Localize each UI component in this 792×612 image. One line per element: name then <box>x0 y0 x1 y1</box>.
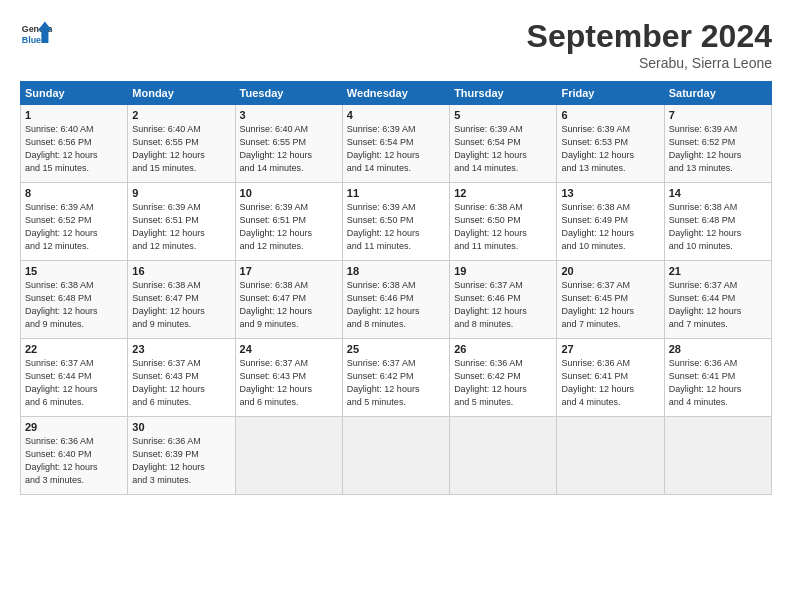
col-header-friday: Friday <box>557 82 664 105</box>
day-number: 29 <box>25 421 123 433</box>
day-number: 3 <box>240 109 338 121</box>
day-info: Sunrise: 6:40 AM Sunset: 6:56 PM Dayligh… <box>25 123 123 175</box>
day-number: 5 <box>454 109 552 121</box>
day-number: 17 <box>240 265 338 277</box>
day-number: 15 <box>25 265 123 277</box>
calendar-cell: 19Sunrise: 6:37 AM Sunset: 6:46 PM Dayli… <box>450 261 557 339</box>
day-number: 30 <box>132 421 230 433</box>
calendar-week-2: 8Sunrise: 6:39 AM Sunset: 6:52 PM Daylig… <box>21 183 772 261</box>
day-number: 23 <box>132 343 230 355</box>
day-info: Sunrise: 6:37 AM Sunset: 6:43 PM Dayligh… <box>132 357 230 409</box>
day-number: 26 <box>454 343 552 355</box>
day-info: Sunrise: 6:36 AM Sunset: 6:40 PM Dayligh… <box>25 435 123 487</box>
day-number: 18 <box>347 265 445 277</box>
day-info: Sunrise: 6:37 AM Sunset: 6:46 PM Dayligh… <box>454 279 552 331</box>
day-number: 4 <box>347 109 445 121</box>
day-number: 20 <box>561 265 659 277</box>
day-info: Sunrise: 6:37 AM Sunset: 6:44 PM Dayligh… <box>25 357 123 409</box>
calendar-cell: 6Sunrise: 6:39 AM Sunset: 6:53 PM Daylig… <box>557 105 664 183</box>
day-info: Sunrise: 6:36 AM Sunset: 6:41 PM Dayligh… <box>561 357 659 409</box>
col-header-sunday: Sunday <box>21 82 128 105</box>
day-number: 9 <box>132 187 230 199</box>
day-info: Sunrise: 6:40 AM Sunset: 6:55 PM Dayligh… <box>240 123 338 175</box>
calendar-cell: 26Sunrise: 6:36 AM Sunset: 6:42 PM Dayli… <box>450 339 557 417</box>
calendar-cell: 10Sunrise: 6:39 AM Sunset: 6:51 PM Dayli… <box>235 183 342 261</box>
calendar-cell: 13Sunrise: 6:38 AM Sunset: 6:49 PM Dayli… <box>557 183 664 261</box>
day-number: 25 <box>347 343 445 355</box>
day-info: Sunrise: 6:38 AM Sunset: 6:46 PM Dayligh… <box>347 279 445 331</box>
day-info: Sunrise: 6:37 AM Sunset: 6:43 PM Dayligh… <box>240 357 338 409</box>
day-info: Sunrise: 6:36 AM Sunset: 6:42 PM Dayligh… <box>454 357 552 409</box>
day-info: Sunrise: 6:37 AM Sunset: 6:45 PM Dayligh… <box>561 279 659 331</box>
day-info: Sunrise: 6:40 AM Sunset: 6:55 PM Dayligh… <box>132 123 230 175</box>
calendar-table: SundayMondayTuesdayWednesdayThursdayFrid… <box>20 81 772 495</box>
day-number: 6 <box>561 109 659 121</box>
calendar-cell: 27Sunrise: 6:36 AM Sunset: 6:41 PM Dayli… <box>557 339 664 417</box>
day-info: Sunrise: 6:36 AM Sunset: 6:41 PM Dayligh… <box>669 357 767 409</box>
day-info: Sunrise: 6:37 AM Sunset: 6:44 PM Dayligh… <box>669 279 767 331</box>
logo: General Blue <box>20 18 52 50</box>
day-info: Sunrise: 6:36 AM Sunset: 6:39 PM Dayligh… <box>132 435 230 487</box>
location-subtitle: Serabu, Sierra Leone <box>527 55 772 71</box>
day-number: 19 <box>454 265 552 277</box>
day-number: 24 <box>240 343 338 355</box>
calendar-cell: 5Sunrise: 6:39 AM Sunset: 6:54 PM Daylig… <box>450 105 557 183</box>
day-info: Sunrise: 6:39 AM Sunset: 6:51 PM Dayligh… <box>132 201 230 253</box>
day-number: 21 <box>669 265 767 277</box>
day-number: 16 <box>132 265 230 277</box>
calendar-cell: 2Sunrise: 6:40 AM Sunset: 6:55 PM Daylig… <box>128 105 235 183</box>
day-info: Sunrise: 6:39 AM Sunset: 6:54 PM Dayligh… <box>347 123 445 175</box>
col-header-monday: Monday <box>128 82 235 105</box>
calendar-cell: 29Sunrise: 6:36 AM Sunset: 6:40 PM Dayli… <box>21 417 128 495</box>
calendar-cell: 20Sunrise: 6:37 AM Sunset: 6:45 PM Dayli… <box>557 261 664 339</box>
calendar-cell: 24Sunrise: 6:37 AM Sunset: 6:43 PM Dayli… <box>235 339 342 417</box>
calendar-cell: 4Sunrise: 6:39 AM Sunset: 6:54 PM Daylig… <box>342 105 449 183</box>
calendar-cell: 30Sunrise: 6:36 AM Sunset: 6:39 PM Dayli… <box>128 417 235 495</box>
day-number: 12 <box>454 187 552 199</box>
calendar-cell: 22Sunrise: 6:37 AM Sunset: 6:44 PM Dayli… <box>21 339 128 417</box>
day-info: Sunrise: 6:39 AM Sunset: 6:53 PM Dayligh… <box>561 123 659 175</box>
calendar-cell <box>664 417 771 495</box>
calendar-cell <box>450 417 557 495</box>
day-number: 11 <box>347 187 445 199</box>
day-info: Sunrise: 6:39 AM Sunset: 6:50 PM Dayligh… <box>347 201 445 253</box>
calendar-cell: 3Sunrise: 6:40 AM Sunset: 6:55 PM Daylig… <box>235 105 342 183</box>
calendar-cell: 16Sunrise: 6:38 AM Sunset: 6:47 PM Dayli… <box>128 261 235 339</box>
calendar-cell: 7Sunrise: 6:39 AM Sunset: 6:52 PM Daylig… <box>664 105 771 183</box>
day-number: 1 <box>25 109 123 121</box>
calendar-cell <box>342 417 449 495</box>
day-number: 13 <box>561 187 659 199</box>
day-number: 14 <box>669 187 767 199</box>
day-number: 10 <box>240 187 338 199</box>
day-info: Sunrise: 6:39 AM Sunset: 6:52 PM Dayligh… <box>669 123 767 175</box>
calendar-cell: 25Sunrise: 6:37 AM Sunset: 6:42 PM Dayli… <box>342 339 449 417</box>
calendar-cell: 1Sunrise: 6:40 AM Sunset: 6:56 PM Daylig… <box>21 105 128 183</box>
calendar-cell: 17Sunrise: 6:38 AM Sunset: 6:47 PM Dayli… <box>235 261 342 339</box>
title-block: September 2024 Serabu, Sierra Leone <box>527 18 772 71</box>
calendar-week-3: 15Sunrise: 6:38 AM Sunset: 6:48 PM Dayli… <box>21 261 772 339</box>
day-number: 2 <box>132 109 230 121</box>
calendar-cell: 8Sunrise: 6:39 AM Sunset: 6:52 PM Daylig… <box>21 183 128 261</box>
calendar-cell: 9Sunrise: 6:39 AM Sunset: 6:51 PM Daylig… <box>128 183 235 261</box>
calendar-cell: 15Sunrise: 6:38 AM Sunset: 6:48 PM Dayli… <box>21 261 128 339</box>
day-info: Sunrise: 6:38 AM Sunset: 6:47 PM Dayligh… <box>240 279 338 331</box>
calendar-cell: 14Sunrise: 6:38 AM Sunset: 6:48 PM Dayli… <box>664 183 771 261</box>
col-header-saturday: Saturday <box>664 82 771 105</box>
calendar-cell: 18Sunrise: 6:38 AM Sunset: 6:46 PM Dayli… <box>342 261 449 339</box>
svg-text:Blue: Blue <box>22 35 41 45</box>
day-info: Sunrise: 6:38 AM Sunset: 6:48 PM Dayligh… <box>669 201 767 253</box>
day-info: Sunrise: 6:38 AM Sunset: 6:50 PM Dayligh… <box>454 201 552 253</box>
col-header-tuesday: Tuesday <box>235 82 342 105</box>
calendar-cell <box>557 417 664 495</box>
day-info: Sunrise: 6:38 AM Sunset: 6:48 PM Dayligh… <box>25 279 123 331</box>
calendar-cell: 23Sunrise: 6:37 AM Sunset: 6:43 PM Dayli… <box>128 339 235 417</box>
calendar-week-5: 29Sunrise: 6:36 AM Sunset: 6:40 PM Dayli… <box>21 417 772 495</box>
day-number: 7 <box>669 109 767 121</box>
day-info: Sunrise: 6:38 AM Sunset: 6:49 PM Dayligh… <box>561 201 659 253</box>
day-info: Sunrise: 6:39 AM Sunset: 6:54 PM Dayligh… <box>454 123 552 175</box>
day-number: 22 <box>25 343 123 355</box>
logo-icon: General Blue <box>20 18 52 50</box>
day-info: Sunrise: 6:37 AM Sunset: 6:42 PM Dayligh… <box>347 357 445 409</box>
day-number: 27 <box>561 343 659 355</box>
calendar-cell: 11Sunrise: 6:39 AM Sunset: 6:50 PM Dayli… <box>342 183 449 261</box>
